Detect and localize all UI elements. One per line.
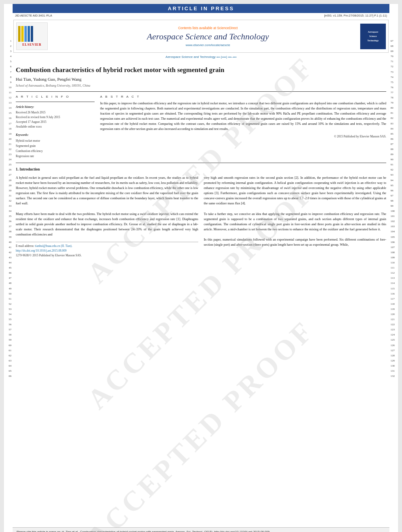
journal-logo-right: AerospaceScienceTechnology [360,24,386,49]
ln-14: 14 [4,106,11,111]
rn-114: 114 [391,281,398,286]
intro-section-title: 1. Introduction [16,167,386,172]
doi-link[interactable]: http://dx.doi.org/10.1016/j.ast.2015.08.… [16,249,67,252]
intro-right-text-2: To take a further step, we conceive an i… [204,211,386,232]
article-content: Combustion characteristics of hybrid roc… [13,60,389,260]
rn-129: 129 [391,358,398,363]
ln-9: 9 [4,80,11,85]
ln-44: 44 [4,260,11,265]
ln-38: 38 [4,229,11,234]
rn-108: 108 [391,250,398,255]
copyright: © 2015 Published by Elsevier Masson SAS. [100,134,386,139]
rn-127: 127 [391,348,398,353]
ln-65: 65 [4,369,11,374]
line-numbers-right: 67 68 69 70 71 72 73 74 75 76 77 78 79 8… [389,4,398,532]
introduction-section: 1. Introduction A hybrid rocket in gener… [16,167,386,258]
rn-118: 118 [391,302,398,307]
ln-46: 46 [4,271,11,276]
ln-57: 57 [4,327,11,332]
rn-95: 95 [391,183,398,188]
rn-77: 77 [391,90,398,95]
journal-title: Aerospace Science and Technology [56,32,360,42]
rn-104: 104 [391,229,398,234]
stripe-4 [28,26,30,42]
rn-105: 105 [391,235,398,240]
ln-6: 6 [4,64,11,69]
rn-88: 88 [391,147,398,152]
ln-22: 22 [4,147,11,152]
rn-84: 84 [391,126,398,132]
rn-113: 113 [391,276,398,281]
rn-85: 85 [391,132,398,137]
rn-96: 96 [391,188,398,193]
intro-col-right: very high and smooth regression rates in… [204,175,386,258]
rn-90: 90 [391,157,398,162]
divider-2 [16,163,386,163]
ln-1: 1 [4,39,11,44]
kw-regression: Regression rate [16,154,95,159]
rn-126: 126 [391,343,398,348]
kw-segmented: Segmented grain [16,143,95,148]
journal-meta: JID:AESCTE AID:3401 /FLA [m5G; v1.159; P… [13,13,389,18]
rn-115: 115 [391,286,398,291]
available-online: Available online xxxx [16,124,95,129]
ln-11: 11 [4,90,11,95]
ln-61: 61 [4,348,11,353]
article-title: Combustion characteristics of hybrid roc… [16,66,386,74]
ln-29: 29 [4,183,11,188]
rn-78: 78 [391,95,398,100]
rn-83: 83 [391,121,398,126]
issn-footnote: 1270-9638/© 2015 Published by Elsevier M… [16,253,198,258]
elsevier-logo-img: ELSEVIER [16,22,48,50]
rn-98: 98 [391,198,398,204]
kw-hybrid: Hybrid rocket motor [16,138,95,143]
stripe-1 [18,26,20,42]
ln-26: 26 [4,167,11,172]
ln-3: 3 [4,49,11,54]
rn-100: 100 [391,209,398,214]
main-content: ACCEPTED PROOF ACCEPTED PROOF ACCEPTED P… [13,4,389,532]
ln-7: 7 [4,70,11,75]
ln-45: 45 [4,265,11,271]
elsevier-wordmark: ELSEVIER [22,43,41,46]
rn-111: 111 [391,265,398,271]
intro-right-text-3: In this paper, numerical simulations fol… [204,237,386,247]
science-direct-name[interactable]: ScienceDirect [217,26,238,30]
footnote-area: E-mail address: tianhui@buaa.edu.cn (H. … [16,242,198,258]
rn-87: 87 [391,142,398,147]
rn-80: 80 [391,106,398,111]
rn-120: 120 [391,312,398,317]
email-address[interactable]: tianhui@buaa.edu.cn (H. Tian). [35,244,73,248]
ln-15: 15 [4,111,11,116]
email-label: E-mail address: [16,244,34,248]
rn-76: 76 [391,85,398,90]
rn-121: 121 [391,317,398,322]
journal-subtitle: Aerospace Science and Technology ••• (••… [13,55,389,59]
ln-53: 53 [4,307,11,312]
ln-32: 32 [4,198,11,204]
rn-99: 99 [391,204,398,209]
ln-5: 5 [4,59,11,64]
ln-30: 30 [4,188,11,193]
ln-4: 4 [4,54,11,59]
rn-67: 67 [391,39,398,44]
rn-69: 69 [391,49,398,54]
line-numbers-left: 1 2 3 4 5 6 7 8 9 10 11 12 13 14 15 16 1… [4,4,13,532]
elsevier-logo-area: ELSEVIER [16,22,52,50]
ln-35: 35 [4,214,11,219]
ln-34: 34 [4,209,11,214]
meta-left: JID:AESCTE AID:3401 /FLA [15,14,52,17]
journal-url[interactable]: www.elsevier.com/locate/aescte [56,43,360,47]
accepted-date: Accepted 17 August 2015 [16,120,95,124]
rn-132: 132 [391,374,398,379]
ln-23: 23 [4,152,11,157]
page: 1 2 3 4 5 6 7 8 9 10 11 12 13 14 15 16 1… [4,4,398,532]
rn-72: 72 [391,64,398,69]
rn-89: 89 [391,152,398,157]
intro-two-col: A hybrid rocket in general uses solid pr… [16,175,386,258]
ln-2: 2 [4,44,11,49]
abstract-col: A B S T R A C T In this paper, to improv… [100,94,386,159]
rn-124: 124 [391,332,398,337]
ln-47: 47 [4,276,11,281]
stripe-3 [24,26,27,42]
